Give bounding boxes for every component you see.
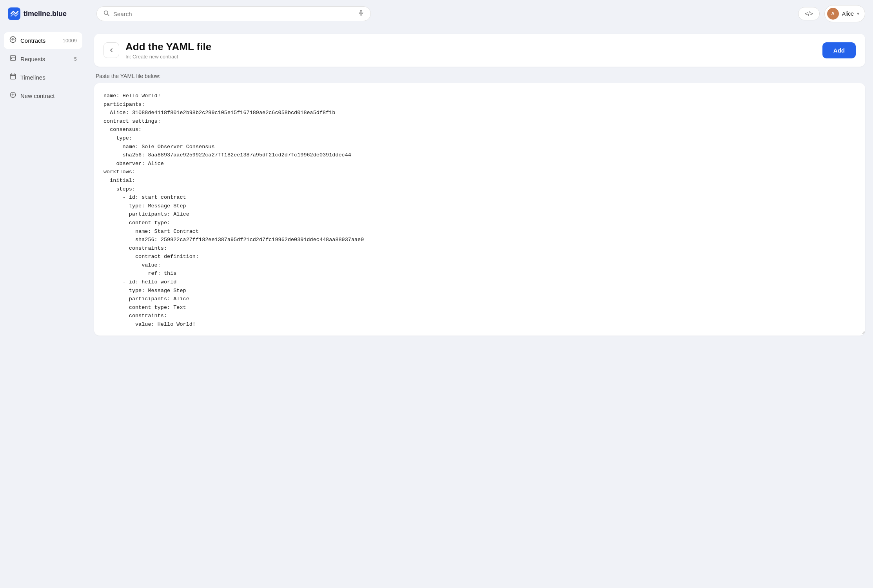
yaml-editor-card xyxy=(94,83,865,336)
yaml-textarea[interactable] xyxy=(94,83,865,334)
add-button[interactable]: Add xyxy=(822,42,856,58)
search-icon xyxy=(103,10,109,18)
svg-point-8 xyxy=(11,58,12,59)
sidebar-contracts-badge: 10009 xyxy=(63,38,77,44)
instruction-text: Paste the YAML file below: xyxy=(94,73,865,79)
page-header-left: Add the YAML file In: Create new contrac… xyxy=(103,41,211,60)
sidebar-requests-badge: 5 xyxy=(74,56,77,62)
chevron-down-icon: ▾ xyxy=(857,11,859,16)
sidebar-item-contracts[interactable]: Contracts 10009 xyxy=(4,32,82,49)
search-input[interactable] xyxy=(113,11,354,17)
header-right: </> A Alice ▾ xyxy=(798,5,865,22)
requests-icon xyxy=(9,54,16,64)
sidebar-item-new-contract[interactable]: New contract xyxy=(4,87,82,104)
svg-rect-7 xyxy=(10,56,16,60)
svg-rect-3 xyxy=(360,10,362,13)
code-button[interactable]: </> xyxy=(798,7,819,20)
new-contract-icon xyxy=(9,91,16,100)
user-menu-button[interactable]: A Alice ▾ xyxy=(824,5,865,22)
sidebar-new-contract-label: New contract xyxy=(20,93,77,99)
page-title-area: Add the YAML file In: Create new contrac… xyxy=(125,41,211,60)
avatar: A xyxy=(827,8,839,20)
sidebar-item-requests[interactable]: Requests 5 xyxy=(4,51,82,67)
sidebar-contracts-label: Contracts xyxy=(20,37,59,44)
search-bar[interactable] xyxy=(96,6,371,21)
svg-rect-9 xyxy=(10,74,16,79)
sidebar-timelines-label: Timelines xyxy=(20,74,77,81)
page-subtitle: In: Create new contract xyxy=(125,54,211,60)
main-layout: Contracts 10009 Requests 5 xyxy=(0,27,873,588)
logo-area: timeline.blue xyxy=(8,7,90,20)
sidebar-item-timelines[interactable]: Timelines xyxy=(4,69,82,86)
timelines-icon xyxy=(9,73,16,82)
svg-line-2 xyxy=(107,14,109,16)
page-header-card: Add the YAML file In: Create new contrac… xyxy=(94,34,865,67)
sidebar-requests-label: Requests xyxy=(20,56,70,62)
logo-icon xyxy=(8,7,20,20)
content-area: Add the YAML file In: Create new contrac… xyxy=(86,27,873,588)
header: timeline.blue </> A Alice ▾ xyxy=(0,0,873,27)
logo-text: timeline.blue xyxy=(24,10,67,18)
user-name: Alice xyxy=(842,11,854,17)
mic-icon[interactable] xyxy=(358,10,364,18)
sidebar: Contracts 10009 Requests 5 xyxy=(0,27,86,588)
page-title: Add the YAML file xyxy=(125,41,211,53)
back-button[interactable] xyxy=(103,42,119,58)
contracts-icon xyxy=(9,36,16,45)
